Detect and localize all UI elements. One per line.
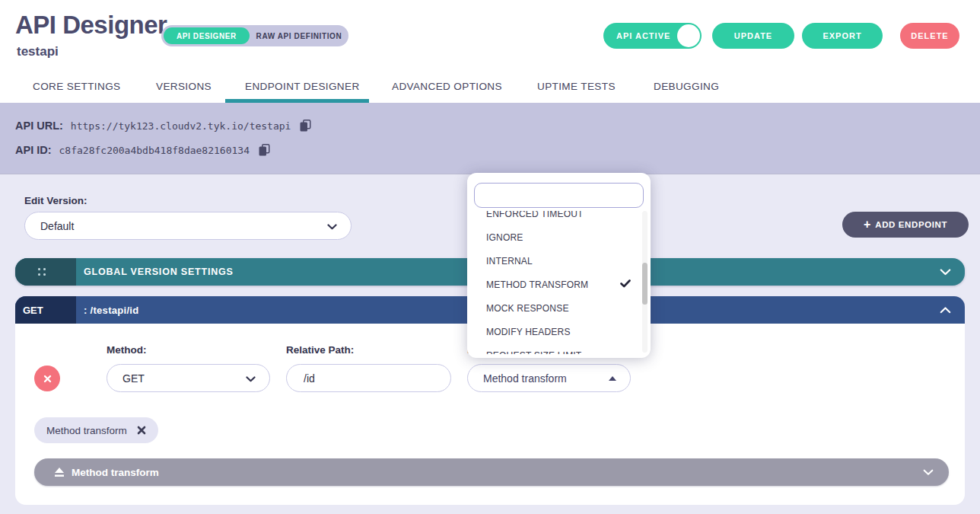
header: API Designer testapi API DESIGNER RAW AP… (0, 0, 980, 103)
tab-versions[interactable]: VERSIONS (156, 81, 212, 92)
api-url-value: https://tyk123.cloudv2.tyk.io/testapi (71, 120, 291, 132)
add-endpoint-label: ADD ENDPOINT (875, 220, 947, 229)
dropdown-scrollbar[interactable] (642, 211, 648, 353)
close-icon (43, 375, 52, 383)
remove-endpoint-button[interactable] (34, 366, 60, 391)
api-info-band: API URL: https://tyk123.cloudv2.tyk.io/t… (0, 103, 980, 174)
tab-core-settings[interactable]: CORE SETTINGS (33, 81, 120, 92)
endpoint-path-title: : /testapi/id (84, 296, 139, 324)
dropdown-scrollbar-thumb[interactable] (642, 263, 648, 305)
plugins-select-value: Method transform (483, 372, 567, 385)
method-select[interactable]: GET (107, 364, 270, 392)
drag-dots-icon (38, 268, 46, 276)
copy-icon[interactable] (300, 120, 311, 132)
plugin-option-request-size-limit[interactable]: REQUEST SIZE LIMIT (467, 343, 640, 354)
plugin-option-internal[interactable]: INTERNAL (467, 249, 640, 273)
plugin-option-modify-headers[interactable]: MODIFY HEADERS (467, 320, 640, 343)
tab-endpoint-designer[interactable]: ENDPOINT DESIGNER (245, 81, 360, 92)
api-name: testapi (17, 44, 59, 59)
toggle-option-raw-api-definition[interactable]: RAW API DEFINITION (250, 32, 348, 40)
plugin-option-mock-response[interactable]: MOCK RESPONSE (467, 296, 640, 320)
chevron-up-icon[interactable] (940, 296, 951, 324)
app-title: API Designer (15, 11, 167, 40)
plugin-tag-label: Method transform (46, 425, 127, 436)
chevron-down-icon[interactable] (940, 258, 951, 286)
remove-tag-icon[interactable] (137, 426, 146, 435)
api-id-row: API ID: c8fa28fc200a4bdb418f8dae82160134 (15, 144, 270, 156)
plugins-multiselect[interactable]: Method transform (467, 364, 631, 392)
global-bar-title: GLOBAL VERSION SETTINGS (84, 258, 234, 286)
tab-uptime-tests[interactable]: UPTIME TESTS (537, 81, 616, 92)
api-active-label: API ACTIVE (616, 31, 670, 40)
version-select[interactable]: Default (24, 212, 352, 240)
chevron-down-icon (246, 372, 256, 385)
chevron-down-icon (327, 220, 337, 232)
method-badge: GET (15, 296, 76, 324)
plugin-option-enforced-timeout[interactable]: ENFORCED TIMEOUT (467, 211, 640, 225)
plugin-tag-method-transform: Method transform (34, 417, 158, 443)
edit-version-label: Edit Version: (24, 195, 88, 206)
plugins-dropdown-popup: ENFORCED TIMEOUT IGNORE INTERNAL METHOD … (467, 173, 651, 358)
check-icon (620, 279, 631, 290)
toggle-option-api-designer[interactable]: API DESIGNER (164, 27, 250, 44)
toggle-knob[interactable] (677, 24, 700, 47)
plugin-option-method-transform[interactable]: METHOD TRANSFORM (467, 273, 640, 296)
tab-debugging[interactable]: DEBUGGING (654, 81, 719, 92)
add-endpoint-button[interactable]: + ADD ENDPOINT (842, 212, 969, 238)
api-url-label: API URL: (15, 120, 63, 132)
version-select-value: Default (40, 220, 74, 232)
view-mode-toggle[interactable]: API DESIGNER RAW API DEFINITION (161, 25, 348, 46)
method-select-value: GET (123, 372, 145, 385)
triangle-up-icon (609, 376, 616, 381)
relative-path-label: Relative Path: (286, 344, 354, 356)
export-button[interactable]: EXPORT (802, 23, 883, 49)
api-active-toggle[interactable]: API ACTIVE (603, 23, 702, 49)
delete-button[interactable]: DELETE (900, 23, 959, 49)
plugin-options-list: ENFORCED TIMEOUT IGNORE INTERNAL METHOD … (467, 211, 640, 354)
plugin-section-title: Method transform (72, 458, 159, 486)
api-designer-screen: API Designer testapi API DESIGNER RAW AP… (0, 0, 980, 514)
copy-icon[interactable] (259, 144, 270, 156)
api-id-value: c8fa28fc200a4bdb418f8dae82160134 (59, 145, 250, 156)
method-transform-section-bar[interactable]: Method transform (34, 458, 949, 486)
drag-handle[interactable] (15, 258, 76, 286)
plugin-search-input[interactable] (474, 183, 644, 208)
relative-path-input[interactable] (286, 364, 451, 392)
plugin-option-ignore[interactable]: IGNORE (467, 225, 640, 249)
api-url-row: API URL: https://tyk123.cloudv2.tyk.io/t… (15, 120, 311, 132)
chevron-down-icon[interactable] (923, 458, 934, 486)
tab-advanced-options[interactable]: ADVANCED OPTIONS (392, 81, 502, 92)
update-button[interactable]: UPDATE (712, 23, 794, 49)
api-id-label: API ID: (15, 144, 52, 156)
plus-icon: + (864, 218, 870, 231)
eject-icon (54, 467, 65, 480)
method-label: Method: (107, 344, 146, 356)
